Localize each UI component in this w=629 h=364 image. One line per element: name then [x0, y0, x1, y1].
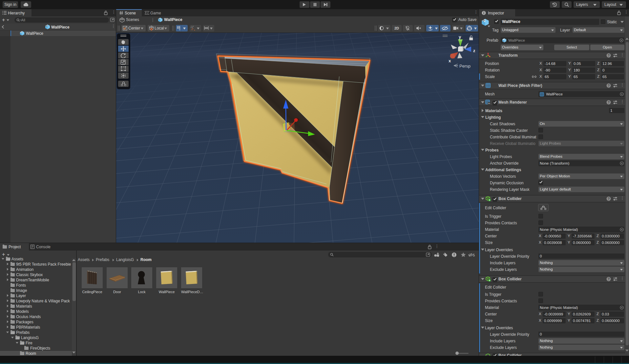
svg-text:?: ? [608, 197, 610, 201]
svg-text:?: ? [608, 84, 610, 88]
svg-text:Y: Y [179, 28, 180, 31]
svg-text:x: x [449, 58, 451, 63]
svg-text:Persp: Persp [459, 64, 471, 69]
svg-text:z: z [473, 48, 475, 53]
svg-text:?: ? [608, 277, 610, 281]
svg-text:?: ? [608, 54, 610, 57]
svg-text:?: ? [608, 101, 610, 104]
svg-text:5: 5 [473, 253, 475, 257]
svg-text:y: y [459, 34, 461, 39]
